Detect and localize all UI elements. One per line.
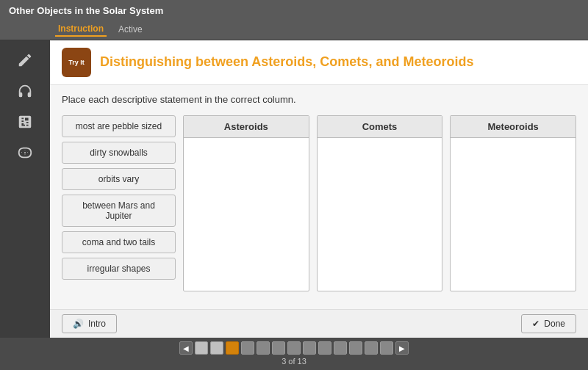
sub-nav-active[interactable]: Active [115, 23, 146, 36]
pag-dot-9[interactable] [318, 341, 331, 355]
pag-dot-3[interactable] [226, 341, 239, 355]
checkmark-icon: ✔ [532, 319, 539, 329]
drop-column-meteoroids[interactable]: Meteoroids [450, 115, 576, 291]
pag-dot-4[interactable] [241, 341, 254, 355]
sidebar [0, 40, 50, 338]
content-area: Try It Distinguishing between Asteroids,… [50, 40, 588, 338]
column-body-meteoroids[interactable] [451, 138, 576, 285]
pag-dot-5[interactable] [257, 341, 270, 355]
column-header-comets: Comets [318, 116, 442, 138]
pag-dot-8[interactable] [303, 341, 316, 355]
drag-item-0[interactable]: most are pebble sized [62, 115, 176, 137]
drop-column-comets[interactable]: Comets [317, 115, 443, 291]
drag-item-5[interactable]: irregular shapes [62, 258, 176, 280]
pag-dot-13[interactable] [380, 341, 393, 355]
column-body-comets[interactable] [318, 138, 442, 285]
pagination-prev[interactable]: ◀ [179, 341, 193, 355]
headphones-icon[interactable] [9, 77, 41, 105]
bottom-bar: 🔊 Intro ✔ Done [50, 309, 588, 338]
calculator-icon[interactable] [9, 108, 41, 136]
activity-header: Try It Distinguishing between Asteroids,… [50, 40, 588, 85]
activity-title: Distinguishing between Asteroids, Comets… [100, 54, 473, 70]
sub-nav-instruction[interactable]: Instruction [55, 22, 107, 37]
atom-icon[interactable] [9, 139, 41, 167]
activity-body: Place each descriptive statement in the … [50, 85, 588, 309]
speaker-icon: 🔊 [73, 319, 84, 329]
top-bar: Other Objects in the Solar System [0, 0, 588, 21]
intro-button[interactable]: 🔊 Intro [62, 314, 117, 333]
done-button[interactable]: ✔ Done [521, 314, 576, 333]
pag-dot-10[interactable] [334, 341, 347, 355]
column-header-asteroids: Asteroids [184, 116, 309, 138]
pagination-dots: ◀ ▶ [179, 341, 409, 355]
pag-dot-2[interactable] [210, 341, 223, 355]
drop-columns: Asteroids Comets Meteoroids [183, 115, 576, 291]
pagination-next[interactable]: ▶ [395, 341, 409, 355]
pag-dot-12[interactable] [365, 341, 378, 355]
drag-item-2[interactable]: orbits vary [62, 168, 176, 190]
drag-item-3[interactable]: between Mars and Jupiter [62, 195, 176, 227]
pag-dot-6[interactable] [272, 341, 285, 355]
items-list: most are pebble sized dirty snowballs or… [62, 115, 176, 280]
pagination-label: 3 of 13 [282, 357, 306, 366]
drag-drop-layout: most are pebble sized dirty snowballs or… [62, 115, 576, 291]
drag-item-1[interactable]: dirty snowballs [62, 142, 176, 164]
pagination-bar: ◀ ▶ 3 of 13 [0, 338, 588, 370]
column-header-meteoroids: Meteoroids [451, 116, 576, 138]
main-layout: Try It Distinguishing between Asteroids,… [0, 40, 588, 338]
sub-nav: Instruction Active [0, 21, 588, 40]
pencil-icon[interactable] [9, 46, 41, 74]
try-it-icon: Try It [62, 48, 91, 77]
drop-column-asteroids[interactable]: Asteroids [183, 115, 309, 291]
column-body-asteroids[interactable] [184, 138, 309, 285]
drag-item-4[interactable]: coma and two tails [62, 231, 176, 253]
pag-dot-11[interactable] [349, 341, 362, 355]
instruction-text: Place each descriptive statement in the … [62, 94, 576, 105]
pag-dot-1[interactable] [195, 341, 208, 355]
pag-dot-7[interactable] [287, 341, 301, 355]
top-bar-title: Other Objects in the Solar System [9, 5, 163, 16]
